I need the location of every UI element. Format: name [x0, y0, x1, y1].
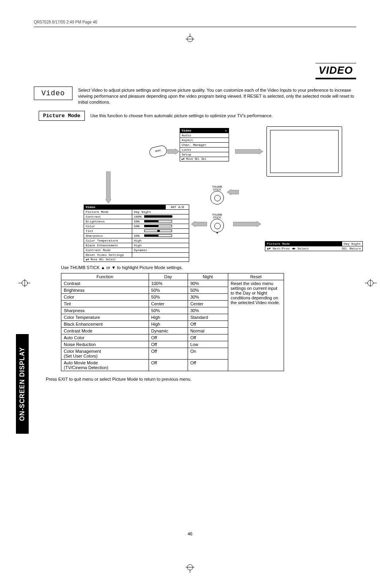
table-cell-day: 100% [149, 280, 188, 287]
table-cell-day: High [149, 314, 188, 321]
table-cell-day: 50% [149, 307, 188, 314]
chevron-right-icon: ▸ [225, 129, 227, 132]
thumb-stick[interactable]: THUMB STICK [210, 185, 224, 205]
thumb-label: THUMB STICK [210, 213, 224, 219]
menu-item[interactable]: Setup [180, 152, 229, 157]
tv-frame [266, 126, 342, 177]
video-menu-row-value: 50% [132, 219, 189, 224]
main-menu: Video▸ Audio Aspect Chan. Manager Locks … [180, 128, 229, 161]
svg-marker-16 [106, 171, 111, 203]
crop-mark-left [18, 278, 30, 289]
table-cell-function: Color Temperature [61, 314, 149, 321]
exit-note: Press EXIT to quit menu or select Pictur… [46, 377, 356, 382]
table-cell-function: Auto Movie Mode (TV/Cinema Detection) [61, 359, 149, 371]
th-function: Function [61, 273, 149, 280]
menu-item[interactable]: Locks [180, 147, 229, 152]
svg-marker-19 [233, 221, 261, 227]
table-cell-function: Tint [61, 300, 149, 307]
video-menu-row-label[interactable]: Reset Video Settings [84, 253, 132, 257]
video-menu-row-value: 50% [132, 224, 189, 228]
section-title: VIDEO [315, 63, 356, 79]
pm-strip-title: Picture Mode [265, 242, 342, 246]
video-menu-row-value: High [132, 238, 189, 243]
svg-marker-15 [235, 149, 263, 154]
table-cell-function: Noise Reduction [61, 341, 149, 348]
thumb-label: THUMB STICK [210, 185, 224, 191]
table-cell-night: Off [188, 359, 228, 371]
video-menu-row-label[interactable]: Color [84, 224, 132, 228]
table-cell-day: 50% [149, 287, 188, 293]
menu-item[interactable]: Chan. Manager [180, 142, 229, 147]
table-cell-night: 30% [188, 307, 228, 314]
table-cell-function: Color [61, 293, 149, 300]
arrow-icon [235, 149, 263, 154]
video-description: Select Video to adjust picture settings … [78, 87, 356, 105]
arrow-icon [233, 221, 261, 227]
table-cell-day: High [149, 321, 188, 327]
video-menu-title: Video [84, 205, 165, 209]
table-cell-night: Center [188, 300, 228, 307]
table-cell-reset: Reset the video menu settings on current… [228, 280, 284, 371]
table-cell-day: Off [149, 341, 188, 348]
video-button[interactable]: Video [34, 87, 72, 100]
table-cell-night: 90% [188, 280, 228, 287]
video-settings-menu: Video ANT A/B Picture ModeDay NightContr… [84, 205, 189, 262]
video-menu-row-label[interactable]: Contrast [84, 214, 132, 219]
menu-item[interactable]: Aspect [180, 138, 229, 142]
table-cell-function: Sharpness [61, 307, 149, 314]
svg-marker-14 [167, 149, 179, 154]
picture-mode-button[interactable]: Picture Mode [39, 111, 85, 121]
table-cell-night: On [188, 348, 228, 359]
th-reset: Reset [228, 273, 284, 280]
table-cell-night: Normal [188, 327, 228, 334]
pm-strip-nav: ▲▼ Next/Prev ◄► Select [265, 246, 340, 251]
th-day: Day [149, 273, 188, 280]
th-night: Night [188, 273, 228, 280]
side-tab: ON-SCREEN DISPLAY [16, 334, 29, 434]
video-menu-row-value: High [132, 243, 189, 248]
settings-table: Function Day Night Reset Contrast100%90%… [61, 273, 284, 371]
table-cell-day: Off [149, 359, 188, 371]
video-menu-nav: ▲▼ Move SEL Select [84, 257, 189, 262]
video-menu-row-label[interactable]: Tint [84, 229, 132, 233]
video-menu-row-label[interactable]: Sharpness [84, 234, 132, 238]
video-menu-source: ANT A/B [165, 205, 189, 209]
video-menu-row-value: 50% [132, 234, 189, 238]
table-cell-day: Off [149, 334, 188, 341]
video-menu-row-label[interactable]: Picture Mode [84, 210, 132, 214]
svg-marker-17 [227, 189, 239, 195]
video-menu-row-value: Dynamic [132, 248, 189, 252]
video-menu-row-value [132, 229, 189, 233]
video-menu-row-label[interactable]: Black Enhancement [84, 243, 132, 248]
crop-mark-right [365, 278, 377, 289]
table-cell-night: Standard [188, 314, 228, 321]
instruction-text: Use THUMB STICK ▲ or ▼ to highlight Pict… [61, 265, 356, 270]
video-menu-row-label[interactable]: Color Temperature [84, 238, 132, 243]
menu-remote-button[interactable]: MENU [149, 144, 168, 158]
picture-mode-description: Use this function to choose from automat… [90, 113, 273, 118]
table-cell-function: Contrast Mode [61, 327, 149, 334]
hr-top [34, 27, 356, 27]
menu-item[interactable]: Audio [180, 133, 229, 138]
chevron-down-icon: ▾ [216, 231, 218, 235]
table-cell-night: Low [188, 341, 228, 348]
main-menu-title: Video [182, 129, 191, 132]
table-cell-function: Auto Color [61, 334, 149, 341]
pm-strip-return: SEL Return [340, 246, 362, 251]
table-cell-night: Off [188, 321, 228, 327]
video-menu-row-label[interactable]: Contrast Mode [84, 248, 132, 252]
thumb-stick-down[interactable]: THUMB STICK ▾ [210, 213, 224, 232]
svg-marker-18 [191, 221, 207, 227]
video-menu-row-label[interactable]: Brightness [84, 219, 132, 224]
arrow-icon [167, 149, 179, 154]
table-cell-day: Off [149, 348, 188, 359]
table-cell-function: Brightness [61, 287, 149, 293]
pm-strip-value[interactable]: Day Night [342, 242, 362, 246]
table-cell-function: Color Management (Set User Colors) [61, 348, 149, 359]
video-menu-row-value [132, 253, 189, 257]
table-cell-day: Dynamic [149, 327, 188, 334]
table-cell-day: 50% [149, 293, 188, 300]
picture-mode-strip: Picture Mode Day Night ▲▼ Next/Prev ◄► S… [265, 241, 363, 251]
crop-mark-top [182, 33, 198, 45]
video-menu-row-value: Day Night [132, 210, 189, 214]
